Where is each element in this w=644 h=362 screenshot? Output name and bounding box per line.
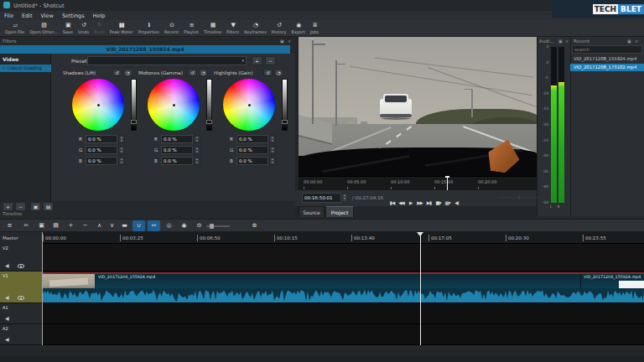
wheel-undo-button[interactable]: ↺ bbox=[188, 69, 197, 76]
track-header-v1[interactable]: V1◀) bbox=[0, 272, 42, 303]
zoom-out-button[interactable]: ⊖ bbox=[193, 220, 205, 231]
copy-filters-button[interactable]: ▣ bbox=[30, 202, 41, 211]
marker-button[interactable]: ▬ bbox=[118, 220, 131, 231]
recent-item[interactable]: VID_20171208_155924.mp4 bbox=[570, 55, 644, 63]
snap-button[interactable]: ∪ bbox=[132, 220, 145, 231]
keyframes-button[interactable]: ◔Keyframes bbox=[242, 22, 269, 34]
tab-source[interactable]: Source bbox=[299, 206, 325, 217]
slider-handle[interactable] bbox=[282, 120, 288, 124]
preset-add-button[interactable]: + bbox=[252, 56, 262, 65]
wheel-undo-button[interactable]: ↺ bbox=[263, 69, 273, 76]
dock-float-icon[interactable]: ▣ bbox=[627, 39, 631, 44]
timeline-ruler[interactable]: 00:00:0000:03:2500:06:5000:10:1500:13:40… bbox=[42, 232, 644, 244]
zoom-slider-handle[interactable] bbox=[210, 224, 214, 229]
track-lane-a1[interactable] bbox=[42, 303, 644, 324]
paste-filters-button[interactable]: ▤ bbox=[43, 202, 54, 211]
menu-item-help[interactable]: Help bbox=[89, 13, 110, 19]
wheel-keyframes-button[interactable]: ◔ bbox=[199, 69, 208, 76]
scrub-while-dragging-button[interactable]: ⇔ bbox=[148, 220, 160, 231]
ripple-delete-button[interactable]: − bbox=[79, 220, 91, 231]
track-header-v2[interactable]: V2◀) bbox=[0, 244, 42, 272]
undo-button[interactable]: ↺Undo bbox=[75, 22, 91, 34]
rgb-value-input[interactable]: 0.0 % bbox=[236, 157, 268, 165]
track-header-a1[interactable]: A1◀) bbox=[0, 303, 42, 324]
recent-button[interactable]: ⊙Recent bbox=[162, 22, 181, 34]
overwrite-button[interactable]: ∨ bbox=[106, 220, 118, 231]
color-wheel[interactable] bbox=[148, 79, 200, 131]
wheel-undo-button[interactable]: ↺ bbox=[112, 69, 122, 76]
jobs-button[interactable]: ≣Jobs bbox=[308, 22, 321, 34]
history-button[interactable]: ↺History bbox=[269, 22, 289, 34]
mute-icon[interactable]: ◀) bbox=[5, 295, 8, 300]
selected-duration-field[interactable]: - - : - - : - - bbox=[520, 195, 539, 199]
timeline-playhead-cap[interactable] bbox=[417, 232, 423, 236]
wheel-brightness-slider[interactable] bbox=[282, 79, 288, 131]
track-lane-v2[interactable] bbox=[42, 244, 644, 272]
rgb-spinner[interactable]: ▴▾ bbox=[118, 157, 125, 165]
timeline-button[interactable]: ▦Timeline bbox=[201, 22, 224, 34]
slider-handle[interactable] bbox=[206, 120, 212, 124]
razor-button[interactable]: ✂ bbox=[20, 220, 33, 231]
paste-button[interactable]: ▤ bbox=[49, 220, 62, 231]
menu-item-settings[interactable]: Settings bbox=[58, 13, 89, 19]
dock-float-icon[interactable]: ▣ bbox=[280, 39, 284, 44]
rgb-spinner[interactable]: ▴▾ bbox=[269, 146, 276, 154]
rgb-spinner[interactable]: ▴▾ bbox=[118, 146, 125, 154]
video-preview[interactable] bbox=[299, 37, 537, 176]
filter-list[interactable] bbox=[0, 54, 51, 201]
rewind-button[interactable]: ◀◀ bbox=[397, 199, 406, 207]
open-other-button[interactable]: ▨Open Other... bbox=[27, 22, 60, 34]
color-wheel[interactable] bbox=[72, 79, 124, 131]
rgb-value-input[interactable]: 0.0 % bbox=[161, 157, 193, 165]
remove-filter-button[interactable]: − bbox=[15, 202, 26, 211]
rgb-value-input[interactable]: 0.0 % bbox=[86, 146, 117, 154]
rgb-value-input[interactable]: 0.0 % bbox=[86, 157, 117, 165]
add-filter-button[interactable]: + bbox=[3, 202, 13, 211]
current-timecode-field[interactable]: 00:16:50:01 bbox=[302, 193, 341, 203]
rgb-value-input[interactable]: 0.0 % bbox=[161, 135, 193, 143]
wheel-brightness-slider[interactable] bbox=[131, 79, 137, 131]
recent-item[interactable]: VID_20171208_173102.mp4 bbox=[570, 64, 644, 71]
dock-close-icon[interactable]: × bbox=[635, 39, 638, 44]
zoom-in-button[interactable]: ⊕ bbox=[248, 220, 261, 231]
lift-button[interactable]: ∧ bbox=[93, 220, 106, 231]
timeline-zoom-slider[interactable] bbox=[206, 225, 230, 227]
playlist-button[interactable]: ≡Playlist bbox=[181, 22, 201, 34]
player-scrub-ruler[interactable]: 00:00:0000:05:0000:10:0000:15:0000:20:00 bbox=[299, 176, 537, 190]
dock-close-icon[interactable]: × bbox=[565, 39, 569, 44]
menu-item-file[interactable]: File bbox=[0, 13, 18, 19]
rgb-value-input[interactable]: 0.0 % bbox=[86, 135, 117, 143]
save-button[interactable]: ▣Save bbox=[60, 22, 75, 34]
in-point-field[interactable]: - - : - - : - - / bbox=[498, 195, 520, 199]
color-wheel[interactable] bbox=[223, 79, 275, 131]
track-header-a2[interactable]: A2◀) bbox=[0, 324, 42, 345]
rgb-spinner[interactable]: ▴▾ bbox=[194, 146, 200, 154]
properties-button[interactable]: ℹProperties bbox=[136, 22, 162, 34]
master-track-header[interactable]: Master bbox=[0, 232, 42, 244]
dock-close-icon[interactable]: × bbox=[288, 39, 291, 44]
ripple-button[interactable]: ◎ bbox=[163, 220, 175, 231]
stop-button[interactable]: ■▾ bbox=[434, 199, 443, 207]
menu-item-view[interactable]: View bbox=[36, 13, 57, 19]
redo-button[interactable]: ↻Redo bbox=[91, 22, 107, 34]
hide-icon[interactable] bbox=[18, 296, 24, 300]
timeline-playhead[interactable] bbox=[420, 232, 421, 345]
rgb-spinner[interactable]: ▴▾ bbox=[194, 135, 200, 143]
rgb-value-input[interactable]: 0.0 % bbox=[236, 135, 268, 143]
track-lane-a2[interactable] bbox=[42, 324, 644, 345]
append-button[interactable]: + bbox=[65, 220, 77, 231]
skip-end-button[interactable]: ▶▮ bbox=[424, 199, 434, 207]
timeline-scrollbar[interactable] bbox=[0, 349, 644, 356]
timeline-menu-button[interactable]: ≡ bbox=[3, 220, 16, 231]
rgb-value-input[interactable]: 0.0 % bbox=[161, 146, 193, 154]
rgb-spinner[interactable]: ▴▾ bbox=[269, 157, 276, 165]
wheel-keyframes-button[interactable]: ◔ bbox=[123, 69, 132, 76]
rgb-spinner[interactable]: ▴▾ bbox=[269, 135, 276, 143]
fast-forward-button[interactable]: ▶▶ bbox=[415, 199, 424, 207]
preset-dropdown[interactable]: ▾ bbox=[87, 56, 247, 65]
preset-remove-button[interactable]: − bbox=[265, 56, 276, 65]
skip-start-button[interactable]: ▮◀ bbox=[387, 199, 397, 207]
volume-button[interactable]: ◀) bbox=[452, 199, 461, 207]
player-playhead[interactable] bbox=[447, 176, 448, 190]
dock-float-icon[interactable]: ▣ bbox=[558, 39, 563, 44]
